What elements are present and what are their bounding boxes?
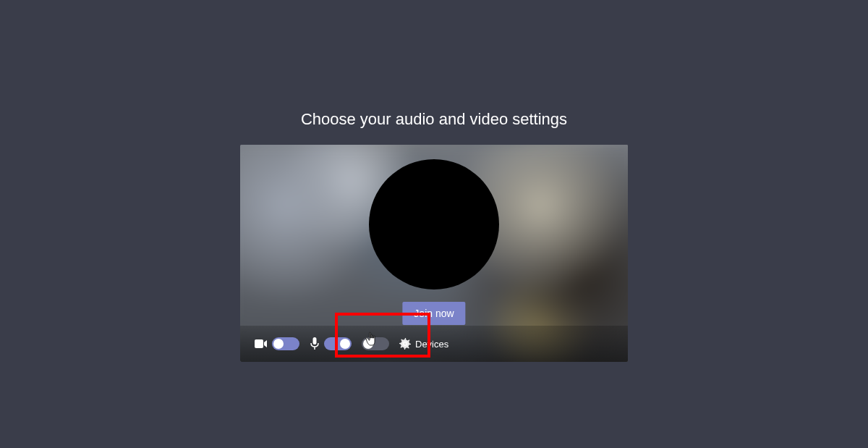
toggle-thumb <box>363 339 373 349</box>
preview-face-redaction <box>369 159 499 289</box>
camera-control <box>255 337 299 350</box>
page-title: Choose your audio and video settings <box>301 110 567 129</box>
background-effects-control <box>362 337 389 350</box>
gear-icon <box>399 338 411 350</box>
toggle-thumb <box>340 339 350 349</box>
camera-icon <box>255 339 268 349</box>
background-effects-toggle[interactable] <box>362 337 389 350</box>
toggle-thumb <box>273 339 284 349</box>
controls-bar: Devices <box>240 326 628 362</box>
microphone-control <box>310 337 352 350</box>
svg-rect-1 <box>313 337 317 345</box>
devices-control[interactable]: Devices <box>399 338 448 350</box>
devices-label: Devices <box>415 339 448 350</box>
camera-toggle[interactable] <box>272 337 299 350</box>
microphone-icon <box>310 337 320 350</box>
svg-rect-0 <box>255 339 263 348</box>
video-preview: Join now <box>240 145 628 362</box>
join-now-button[interactable]: Join now <box>402 302 465 325</box>
microphone-toggle[interactable] <box>324 337 352 350</box>
